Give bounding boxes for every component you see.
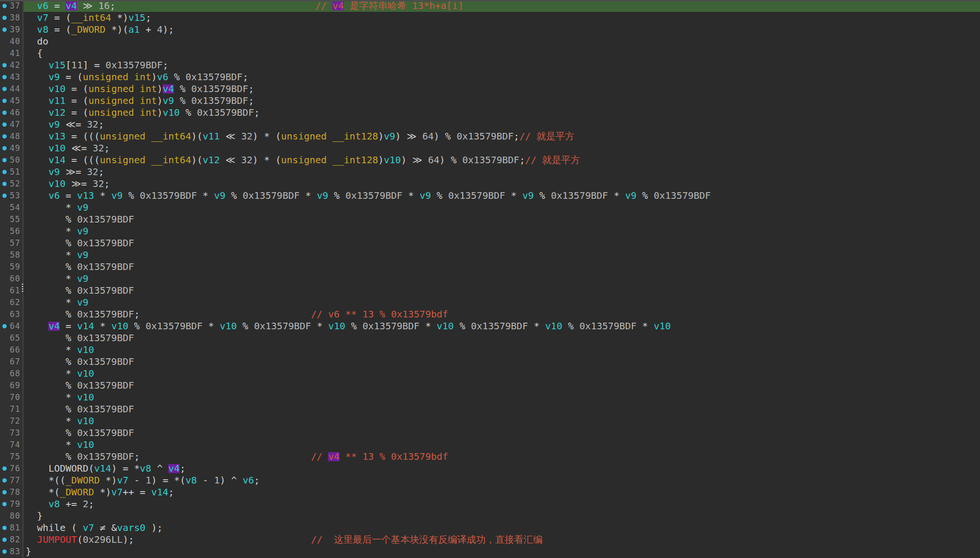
breakpoint-dot[interactable]: [2, 122, 7, 127]
code-line[interactable]: 42 v15[11] = 0x13579BDF;: [0, 59, 980, 71]
gutter-cell[interactable]: 63: [0, 308, 24, 320]
breakpoint-dot[interactable]: [2, 146, 7, 150]
code-line[interactable]: 45 v11 = (unsigned int)v9 % 0x13579BDF;: [0, 95, 980, 107]
identifier-token[interactable]: v10: [654, 320, 671, 332]
code-line[interactable]: 44 v10 = (unsigned int)v4 % 0x13579BDF;: [0, 83, 980, 95]
breakpoint-dot[interactable]: [2, 134, 7, 139]
code-line[interactable]: 83}: [0, 546, 980, 558]
gutter-cell[interactable]: 52: [0, 178, 24, 190]
breakpoint-dot[interactable]: [2, 170, 7, 174]
gutter-cell[interactable]: 38: [0, 12, 24, 24]
identifier-token[interactable]: v13: [48, 130, 65, 142]
gutter-cell[interactable]: 73: [0, 427, 24, 439]
code-line[interactable]: 46 v12 = (unsigned int)v10 % 0x13579BDF;: [0, 107, 980, 119]
breakpoint-dot[interactable]: [2, 478, 7, 483]
identifier-token[interactable]: v9: [111, 190, 123, 201]
gutter-cell[interactable]: 67: [0, 356, 24, 368]
breakpoint-dot[interactable]: [2, 111, 7, 115]
identifier-token[interactable]: v9: [77, 202, 88, 213]
identifier-token[interactable]: v15: [128, 12, 146, 23]
gutter-cell[interactable]: 75: [0, 451, 24, 463]
identifier-token-highlighted[interactable]: v4: [48, 322, 60, 331]
identifier-token-highlighted[interactable]: v4: [163, 84, 174, 93]
gutter-cell[interactable]: 69: [0, 380, 24, 391]
identifier-token[interactable]: v9: [48, 166, 60, 177]
identifier-token[interactable]: v14: [94, 463, 111, 474]
code-line[interactable]: 57 % 0x13579BDF: [0, 237, 980, 249]
identifier-token[interactable]: v9: [522, 190, 534, 201]
gutter-cell[interactable]: 82: [0, 534, 24, 546]
identifier-token[interactable]: v10: [111, 320, 128, 332]
identifier-token[interactable]: v11: [202, 130, 220, 142]
gutter-cell[interactable]: 37: [0, 0, 24, 12]
code-line[interactable]: 63 % 0x13579BDF; // v6 ** 13 % 0x13579bd…: [0, 308, 980, 320]
identifier-token[interactable]: v7: [117, 474, 128, 486]
breakpoint-dot[interactable]: [2, 99, 7, 103]
gutter-cell[interactable]: 42: [0, 59, 24, 71]
code-line[interactable]: 80 }: [0, 510, 980, 522]
code-line[interactable]: 79 v8 += 2;: [0, 498, 980, 510]
breakpoint-dot[interactable]: [2, 4, 7, 8]
gutter-cell[interactable]: 56: [0, 225, 24, 237]
identifier-token[interactable]: v6: [157, 71, 168, 83]
code-line[interactable]: 50 v14 = (((unsigned __int64)(v12 ≪ 32) …: [0, 154, 980, 166]
identifier-token[interactable]: v8: [185, 474, 197, 486]
gutter-cell[interactable]: 43: [0, 71, 24, 83]
gutter-cell[interactable]: 80: [0, 510, 24, 522]
breakpoint-dot[interactable]: [2, 182, 7, 186]
breakpoint-dot[interactable]: [2, 538, 7, 542]
identifier-token[interactable]: v8: [48, 498, 60, 510]
identifier-token[interactable]: v6: [243, 474, 254, 486]
identifier-token[interactable]: v9: [77, 249, 88, 260]
code-line[interactable]: 65 % 0x13579BDF: [0, 332, 980, 344]
code-line[interactable]: 40 do: [0, 36, 980, 47]
code-line[interactable]: 52 v10 ≫= 32;: [0, 178, 980, 190]
code-line[interactable]: 71 % 0x13579BDF: [0, 403, 980, 415]
identifier-token[interactable]: v9: [77, 273, 88, 284]
breakpoint-dot[interactable]: [2, 549, 7, 554]
gutter-cell[interactable]: 60: [0, 273, 24, 285]
code-line[interactable]: 82 JUMPOUT(0x296LL); // 这里最后一个基本块没有反编译成功…: [0, 534, 980, 546]
identifier-token[interactable]: v9: [384, 130, 395, 142]
code-line[interactable]: 68 * v10: [0, 368, 980, 380]
code-line[interactable]: 48 v13 = (((unsigned __int64)(v11 ≪ 32) …: [0, 130, 980, 142]
breakpoint-dot[interactable]: [2, 502, 7, 506]
identifier-token[interactable]: v15: [48, 59, 65, 71]
breakpoint-dot[interactable]: [2, 194, 7, 198]
identifier-token-highlighted[interactable]: v4: [168, 464, 180, 473]
code-line[interactable]: 59 % 0x13579BDF: [0, 261, 980, 273]
gutter-cell[interactable]: 76: [0, 463, 24, 474]
code-line[interactable]: 47 v9 ≪= 32;: [0, 119, 980, 130]
identifier-token[interactable]: v10: [77, 439, 94, 450]
code-line[interactable]: 64 v4 = v14 * v10 % 0x13579BDF * v10 % 0…: [0, 320, 980, 332]
code-line[interactable]: 51 v9 ≫= 32;: [0, 166, 980, 178]
identifier-token[interactable]: v7: [111, 486, 123, 498]
breakpoint-dot[interactable]: [2, 87, 7, 91]
gutter-cell[interactable]: 47: [0, 119, 24, 130]
code-line[interactable]: 78 *(_DWORD *)v7++ = v14;: [0, 486, 980, 498]
identifier-token[interactable]: a1: [128, 24, 140, 35]
identifier-token[interactable]: v12: [48, 107, 65, 118]
identifier-token[interactable]: v10: [384, 154, 401, 166]
identifier-token[interactable]: v9: [625, 190, 636, 201]
breakpoint-dot[interactable]: [2, 75, 7, 79]
gutter-cell[interactable]: 71: [0, 403, 24, 415]
identifier-token[interactable]: v9: [77, 225, 88, 237]
gutter-cell[interactable]: 83: [0, 546, 24, 558]
identifier-token[interactable]: v8: [140, 463, 151, 474]
gutter-cell[interactable]: 54: [0, 202, 24, 214]
identifier-token[interactable]: v10: [77, 415, 94, 427]
identifier-token[interactable]: v9: [214, 190, 225, 201]
identifier-token[interactable]: vars0: [117, 522, 146, 533]
code-line[interactable]: 58 * v9: [0, 249, 980, 261]
code-line[interactable]: 66 * v10: [0, 344, 980, 356]
code-line[interactable]: 49 v10 ≪= 32;: [0, 142, 980, 154]
code-line[interactable]: 69 % 0x13579BDF: [0, 380, 980, 391]
identifier-token[interactable]: v6: [48, 190, 60, 201]
identifier-token[interactable]: v9: [163, 95, 174, 106]
gutter-cell[interactable]: 46: [0, 107, 24, 119]
gutter-cell[interactable]: 59: [0, 261, 24, 273]
gutter-cell[interactable]: 55: [0, 214, 24, 225]
identifier-token[interactable]: v9: [77, 297, 88, 308]
gutter-cell[interactable]: 65: [0, 332, 24, 344]
